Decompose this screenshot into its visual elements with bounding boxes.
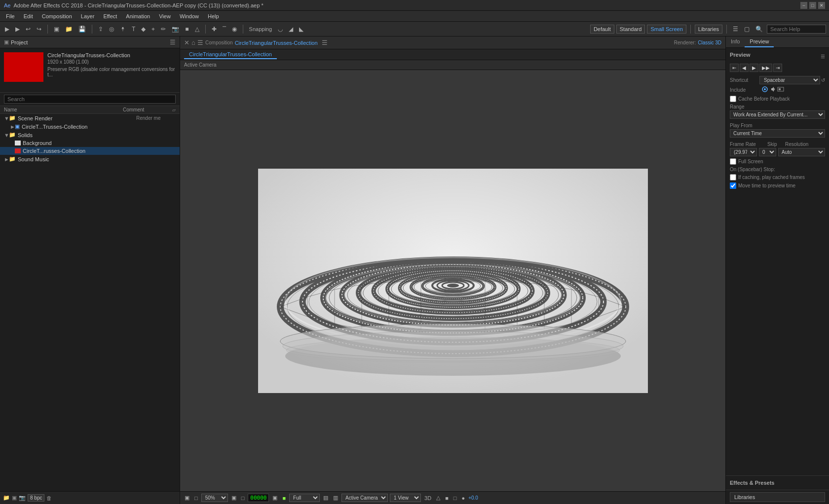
toolbar-save[interactable]: 💾 (76, 25, 88, 34)
snap-btn[interactable]: □ (240, 495, 246, 502)
search-icon-btn[interactable]: 🔍 (754, 25, 765, 34)
new-folder-btn[interactable]: 📁 (3, 495, 10, 501)
toolbar-align-2[interactable]: ⎺ (221, 25, 228, 34)
camera-select[interactable]: Active Camera Camera 1 Camera 2 (341, 494, 388, 502)
if-caching-checkbox[interactable] (730, 174, 736, 180)
shortcut-select[interactable]: Spacebar (759, 76, 820, 84)
go-to-start-btn[interactable]: ⇤ (730, 64, 739, 72)
toolbar-extra-1[interactable]: ◢ (287, 25, 295, 34)
tree-item-scene-render[interactable]: ▼ 📁 Scene Render Render me (0, 114, 180, 122)
comp-home-btn[interactable]: ⌂ (191, 39, 195, 46)
minimize-button[interactable]: – (800, 2, 807, 9)
workspace-small-screen[interactable]: Small Screen (647, 25, 686, 34)
comp-timecode[interactable]: 00000 (248, 494, 269, 502)
search-input[interactable] (767, 25, 826, 34)
fit-btn[interactable]: ▣ (230, 494, 238, 502)
grid-btn[interactable]: ▤ (322, 494, 330, 502)
step-back-btn[interactable]: ◀ (740, 64, 749, 72)
toolbar-align-1[interactable]: ✚ (210, 25, 219, 34)
toolbar-tool-6[interactable]: ⌖ (150, 25, 157, 34)
play-btn[interactable]: ▶ (750, 64, 758, 72)
workspace-default[interactable]: Default (590, 25, 614, 34)
renderer-value[interactable]: Classic 3D (698, 40, 721, 45)
tree-item-circle-selected[interactable]: ► CircleT...russes-Collection (0, 147, 180, 155)
project-menu-btn[interactable]: ☰ (170, 38, 176, 46)
include-video-btn[interactable] (761, 86, 768, 94)
menu-layer[interactable]: Layer (77, 12, 99, 20)
toolbar-tool-2[interactable]: ◎ (107, 25, 116, 34)
toolbar-align-3[interactable]: ◉ (230, 25, 239, 34)
libraries-btn[interactable]: Libraries (730, 492, 825, 502)
toolbar-tool-5[interactable]: ◆ (139, 25, 148, 34)
delete-btn[interactable]: 🗑 (46, 495, 52, 501)
toolbar-tool-10[interactable]: △ (193, 25, 201, 34)
comp-view-btn[interactable]: □ (193, 495, 199, 502)
view-quality-select[interactable]: Full Half Quarter (289, 494, 320, 502)
comp-settings-btn[interactable]: ☰ (322, 39, 328, 46)
menu-composition[interactable]: Composition (38, 12, 76, 20)
preview-menu-btn[interactable]: ☰ (821, 54, 825, 59)
cache-checkbox[interactable] (730, 96, 736, 102)
move-time-checkbox[interactable] (730, 182, 736, 189)
play-from-select[interactable]: Current Time (730, 129, 825, 138)
toolbar-redo[interactable]: ↪ (35, 25, 43, 34)
shortcut-reset-btn[interactable]: ↺ (821, 77, 825, 83)
add-comp-btn[interactable]: ▱ (172, 107, 176, 112)
toolbar-select[interactable]: ▶ (13, 25, 22, 34)
menu-help[interactable]: Help (204, 12, 223, 20)
toolbar-tool-4[interactable]: T (130, 25, 137, 34)
tab-preview[interactable]: Preview (745, 36, 774, 47)
toggle-pixel-btn[interactable]: ■ (444, 495, 450, 502)
workspace-extra-btn[interactable]: ▢ (742, 25, 752, 34)
comp-close-btn[interactable]: ✕ (184, 39, 189, 46)
toolbar-tool-8[interactable]: 📷 (170, 25, 181, 34)
toolbar-new-comp[interactable]: ▣ (52, 25, 61, 34)
workspace-standard[interactable]: Standard (616, 25, 645, 34)
step-forward-btn[interactable]: ▶▶ (759, 64, 772, 72)
toolbar-open[interactable]: 📁 (63, 25, 75, 34)
menu-animation[interactable]: Animation (122, 12, 154, 20)
menu-file[interactable]: File (2, 12, 19, 20)
color-btn[interactable]: ■ (281, 495, 287, 502)
menu-edit[interactable]: Edit (20, 12, 37, 20)
snapping-toggle[interactable]: ◡ (276, 25, 285, 34)
menu-window[interactable]: Window (176, 12, 203, 20)
toolbar-home[interactable]: ▶ (3, 25, 11, 34)
go-to-end-btn[interactable]: ⇥ (773, 64, 782, 72)
tree-item-sound-music[interactable]: ► 📁 Sound Music (0, 155, 180, 163)
tree-item-solids[interactable]: ▼ 📁 Solids (0, 131, 180, 139)
comp-menu-btn[interactable]: ☰ (197, 39, 203, 46)
toolbar-tool-1[interactable]: ⇪ (96, 25, 105, 34)
workspace-libraries[interactable]: Libraries (695, 25, 722, 34)
tab-info[interactable]: Info (726, 36, 745, 47)
comp-tab-main[interactable]: CircleTriangularTrusses-Collection (184, 50, 277, 59)
toolbar-undo[interactable]: ↩ (24, 25, 33, 34)
new-footage-btn[interactable]: 📷 (19, 495, 26, 501)
fps-select[interactable]: (29.97) (730, 148, 757, 156)
tree-item-circle-trusses[interactable]: ► ▣ CircleT...Trusses-Collection (0, 122, 180, 131)
toggle-trans-btn[interactable]: △ (435, 494, 442, 502)
close-button[interactable]: ✕ (818, 2, 825, 9)
toolbar-tool-7[interactable]: ✏ (159, 25, 168, 34)
zoom-select[interactable]: 50% 100% 200% (201, 494, 228, 502)
new-comp-btn-2[interactable]: ▣ (12, 495, 17, 501)
menu-effect[interactable]: Effect (99, 12, 121, 20)
toggle-3d-btn[interactable]: 3D (423, 495, 433, 502)
include-overflow-btn[interactable] (777, 86, 784, 94)
include-audio-btn[interactable] (769, 86, 776, 94)
maximize-button[interactable]: □ (809, 2, 816, 9)
toolbar-tool-3[interactable]: 🖈 (118, 25, 128, 34)
skip-select[interactable]: 0 (759, 148, 776, 156)
toolbar-tool-9[interactable]: ■ (183, 25, 190, 34)
camera-snap-btn[interactable]: ▣ (271, 494, 279, 502)
comp-regions-btn[interactable]: ▣ (183, 494, 191, 502)
layout-select[interactable]: 1 View 2 Views 4 Views (390, 494, 421, 502)
project-search-input[interactable] (4, 95, 176, 104)
toggle-alpha-btn[interactable]: □ (452, 495, 458, 502)
tree-item-background[interactable]: ► Background (0, 139, 180, 147)
safe-zones-btn[interactable]: ▥ (332, 494, 339, 502)
range-select[interactable]: Work Area Extended By Current... (730, 110, 825, 119)
menu-view[interactable]: View (155, 12, 175, 20)
workspace-menu-btn[interactable]: ☰ (731, 25, 740, 34)
resolution-select[interactable]: Auto Full Half (778, 148, 825, 156)
